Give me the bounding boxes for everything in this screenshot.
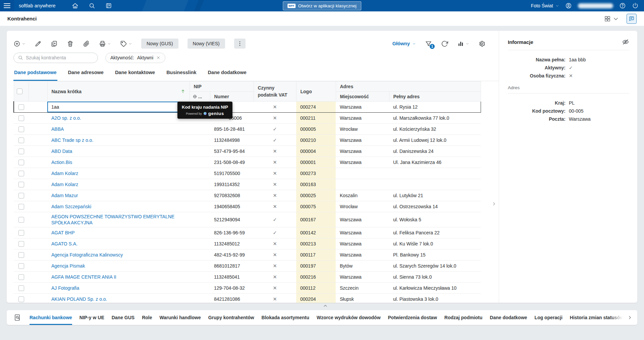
bottom-tab[interactable]: Role (142, 310, 152, 325)
table-row[interactable]: A2O sp. z o.o. 85006 ✕ 000211 Warszawa u… (14, 113, 481, 124)
column-header-city[interactable]: Miejscowość (336, 92, 389, 102)
table-row[interactable]: Action.Bis 231-508-08-49 ✕ 000001 Warsza… (14, 157, 481, 168)
add-button[interactable] (13, 40, 25, 47)
row-checkbox[interactable] (18, 115, 24, 121)
table-row[interactable]: ABC Trade sp z o.o. 1132484998 ✓ 000210 … (14, 135, 481, 146)
contractor-link[interactable]: AEGON POWSZECHNE TOWARZYSTWO EMERYTALNE … (51, 214, 174, 225)
table-row[interactable]: ABD Data 537-479-95-84 ✕ 000004 Warszawa… (14, 146, 481, 157)
tab[interactable]: Dane kontaktowe (114, 66, 156, 81)
new-gus-button[interactable]: Nowy (GUS) (141, 39, 178, 49)
row-checkbox[interactable] (18, 160, 24, 165)
column-header-full-address[interactable]: Pełny adres (389, 92, 481, 102)
table-row[interactable]: Adam Mazur 9270832608 ✕ 000025 Koszalin … (14, 190, 481, 201)
table-row[interactable]: Agencja Fotograficzna Kalinowscy 482-415… (14, 249, 481, 261)
search-input[interactable] (26, 55, 94, 60)
bottom-tab[interactable]: Rodzaj podmiotu (444, 310, 483, 325)
contractor-link[interactable]: AGAT BHP (51, 230, 75, 235)
filter-button[interactable]: 1 (425, 40, 432, 47)
contractor-link[interactable]: Adam Kolarz (51, 171, 78, 176)
active-filter-chip[interactable]: Aktywność: Aktywni (105, 53, 165, 63)
contractor-link[interactable]: Adam Kolarz (51, 182, 78, 187)
row-checkbox[interactable] (18, 217, 24, 223)
contractor-link[interactable]: A2O sp. z o.o. (51, 115, 81, 121)
chart-button[interactable] (457, 40, 469, 47)
bottom-tab[interactable]: Dane GUS (112, 310, 135, 325)
contractor-link[interactable]: AJ Fotografia (51, 285, 79, 291)
table-row[interactable]: ABBA 895-16-28-481 ✓ 000005 Wrocław ul. … (14, 124, 481, 135)
search-icon[interactable] (89, 2, 95, 9)
contractor-link[interactable]: Agencja Pismak (51, 263, 85, 269)
table-row[interactable]: AGFA IMAGE CENTER ANIA II 1132485041 ✕ 0… (14, 272, 481, 283)
contractor-link[interactable]: Agencja Fotograficzna Kalinowscy (51, 252, 123, 258)
print-button[interactable] (99, 40, 111, 47)
row-checkbox[interactable] (18, 182, 24, 187)
column-header-name[interactable]: Nazwa krótka (47, 81, 190, 102)
column-header-nip-country[interactable]: ... (190, 92, 210, 102)
contractor-link[interactable]: Adam Szczepański (51, 204, 91, 209)
bottom-tab[interactable]: Grupy kontrahentów (208, 310, 254, 325)
document-search-icon[interactable] (13, 314, 21, 322)
contractor-link[interactable]: ABBA (51, 126, 64, 132)
tabs-scroll-right-button[interactable] (610, 310, 637, 325)
home-icon[interactable] (72, 2, 78, 9)
table-row[interactable]: AGATO S.A. 1132485012 ✕ 000213 Warszawa … (14, 238, 481, 249)
table-row[interactable]: Adam Kolarz 1993114352 ✕ 000163 (14, 179, 481, 190)
row-checkbox[interactable] (18, 171, 24, 176)
company-selector[interactable]: Foto Świat (531, 3, 559, 8)
help-icon[interactable] (619, 2, 626, 9)
row-checkbox[interactable] (18, 193, 24, 199)
row-checkbox[interactable] (18, 104, 24, 110)
new-vies-button[interactable]: Nowy (VIES) (187, 39, 225, 49)
table-row[interactable]: 1aa ✕ 000274 Warszawa ul. Rysia 12 (14, 102, 481, 113)
contractor-link[interactable]: ABD Data (51, 149, 72, 154)
table-row[interactable]: Adam Szczepański 1940658405 ✕ 000075 Wro… (14, 201, 481, 212)
hamburger-menu-button[interactable] (0, 0, 14, 11)
row-checkbox[interactable] (18, 230, 24, 236)
tags-button[interactable] (120, 40, 132, 47)
column-header-vat[interactable]: Czynny podatnik VAT (254, 81, 296, 102)
bottom-tab[interactable]: Blokada asortymentu (262, 310, 309, 325)
tab[interactable]: Dane adresowe (67, 66, 104, 81)
comments-toggle-button[interactable] (627, 14, 637, 24)
table-row[interactable]: AJ Fotografia 129-704-08-32 ✕ 000112 Szc… (14, 283, 481, 294)
contractor-link[interactable]: AKIAN POLAND Sp. z o.o. (51, 296, 107, 302)
row-checkbox[interactable] (18, 252, 24, 258)
collapse-bottom-panel-button[interactable] (319, 303, 331, 309)
row-checkbox[interactable] (18, 204, 24, 210)
select-all-checkbox[interactable] (17, 89, 22, 94)
bottom-tab[interactable]: Potwierdzenia dostaw (388, 310, 437, 325)
refresh-button[interactable] (441, 40, 448, 47)
bottom-tab[interactable]: Dane dodatkowe (490, 310, 527, 325)
table-row[interactable]: Agencja Pismak 8681012817 ✕ 000197 Bytów… (14, 261, 481, 272)
close-icon[interactable] (156, 56, 160, 60)
bottom-tab[interactable]: Rachunki bankowe (30, 310, 72, 325)
edit-button[interactable] (35, 40, 42, 47)
row-checkbox[interactable] (18, 263, 24, 269)
row-checkbox[interactable] (18, 137, 24, 143)
search-box[interactable] (13, 53, 98, 63)
row-checkbox[interactable] (18, 296, 24, 302)
table-row[interactable]: AGAT BHP 826-136-96-59 ✓ 000142 Warszawa… (14, 227, 481, 238)
bottom-tab[interactable]: NIP-y w UE (79, 310, 104, 325)
table-row[interactable]: AEGON POWSZECHNE TOWARZYSTWO EMERYTALNE … (14, 212, 481, 227)
brand-logo[interactable]: softlab anywhere (19, 3, 56, 8)
column-header-logo[interactable]: Logo (296, 81, 336, 102)
more-actions-button[interactable] (234, 39, 246, 49)
attachment-button[interactable] (83, 40, 90, 47)
tab[interactable]: Dane podstawowe (13, 66, 57, 81)
open-classic-app-button[interactable]: WPF Otwórz w aplikacji klasycznej (283, 1, 361, 10)
row-checkbox[interactable] (18, 285, 24, 291)
contractor-link[interactable]: ABC Trade sp z o.o. (51, 137, 93, 143)
tab[interactable]: Dane dodatkowe (207, 66, 247, 81)
contacts-icon[interactable] (105, 2, 112, 9)
table-row[interactable]: AKIAN POLAND Sp. z o.o. 8421281086 ✕ 000… (14, 294, 481, 303)
row-checkbox[interactable] (18, 149, 24, 154)
column-header-nip-number[interactable]: Numer (210, 92, 254, 102)
bottom-tab[interactable]: Wzorce wydruków dowodów (317, 310, 381, 325)
bottom-tab[interactable]: Warunki handlowe (160, 310, 201, 325)
row-checkbox[interactable] (18, 126, 24, 132)
hide-panel-icon[interactable] (622, 38, 629, 46)
view-selector[interactable]: Główny (392, 41, 416, 46)
bottom-tab[interactable]: Log operacji (535, 310, 562, 325)
contractor-link[interactable]: Adam Mazur (51, 193, 78, 198)
